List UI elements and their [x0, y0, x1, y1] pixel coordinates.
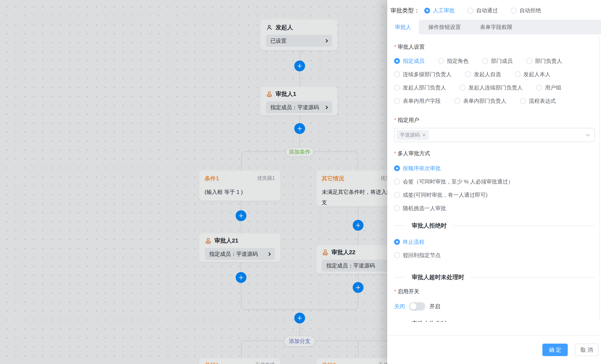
- radio-icon: [511, 8, 517, 13]
- radio-sequential-approve[interactable]: 按顺序依次审批: [394, 165, 441, 172]
- radio-auto-reject[interactable]: 自动拒绝: [511, 7, 541, 14]
- approve-type-radio-group: 人工审批 自动通过 自动拒绝: [424, 7, 541, 14]
- workflow-designer-screen: 发起人 已设置 + 审批人1 指定成员：芋道源码: [0, 0, 601, 364]
- confirm-button[interactable]: 确 定: [542, 344, 568, 356]
- radio-dept-leader[interactable]: 部门负责人: [526, 57, 562, 65]
- user-tag-label: 芋道源码: [400, 132, 420, 138]
- node-title: 审批人22: [331, 248, 355, 256]
- radio-process-expression[interactable]: 流程表达式: [520, 97, 556, 105]
- stamp-icon: [205, 237, 212, 244]
- add-node-button[interactable]: +: [294, 61, 305, 71]
- radio-assign-role[interactable]: 指定角色: [438, 57, 469, 65]
- radio-user-group[interactable]: 用户组: [536, 84, 561, 91]
- radio-icon: [394, 58, 400, 64]
- empty-approver-section-divider: 审批人为空时: [394, 319, 595, 322]
- drawer-body[interactable]: * 审批人设置 指定成员 指定角色 部门成员: [387, 34, 601, 322]
- radio-icon: [394, 165, 400, 171]
- radio-icon: [465, 71, 471, 77]
- radio-terminate-process[interactable]: 终止流程: [394, 238, 424, 246]
- add-node-button[interactable]: +: [294, 123, 305, 134]
- radio-starter-self[interactable]: 发起人本人: [515, 71, 551, 78]
- assigned-user-select[interactable]: 芋道源码 ×: [394, 128, 595, 142]
- flow-node-start[interactable]: 发起人 已设置: [260, 19, 338, 50]
- tag-remove-icon[interactable]: ×: [422, 132, 425, 138]
- radio-orsign[interactable]: 或签(可同时审批，有一人通过即可): [394, 191, 487, 199]
- field-label-text: 指定用户: [398, 116, 419, 124]
- multi-mode-label: * 多人审批方式: [394, 149, 595, 157]
- radio-form-dept-leader[interactable]: 表单内部门负责人: [454, 97, 506, 105]
- chevron-right-icon: [267, 252, 271, 256]
- radio-starter-select[interactable]: 发起人自选: [465, 71, 501, 78]
- reject-options: 终止流程 驳回到指定节点: [394, 235, 595, 262]
- plus-icon: +: [356, 221, 361, 229]
- chevron-down-icon: [586, 132, 590, 136]
- radio-starter-dept-leader[interactable]: 发起人部门负责人: [394, 84, 446, 91]
- cancel-button[interactable]: 取 消: [575, 344, 599, 356]
- radio-label: 按顺序依次审批: [403, 165, 441, 172]
- radio-label: 人工审批: [433, 7, 455, 14]
- radio-label: 驳回到指定节点: [403, 252, 441, 259]
- radio-icon: [394, 239, 400, 245]
- reject-section-divider: 审批人拒绝时: [394, 221, 595, 230]
- radio-icon: [536, 85, 542, 91]
- chevron-right-icon: [324, 105, 328, 109]
- radio-label: 发起人自选: [474, 71, 501, 78]
- add-node-button[interactable]: +: [236, 272, 246, 283]
- plus-icon: +: [297, 62, 302, 70]
- flow-node-condition1[interactable]: 条件1 优先级1 (输入框 等于 1 ): [199, 171, 280, 201]
- radio-label: 指定角色: [447, 57, 469, 65]
- add-node-button[interactable]: +: [236, 210, 246, 221]
- divider-title: 审批人超时未处理时: [406, 273, 471, 281]
- add-node-button[interactable]: +: [294, 313, 305, 324]
- flow-node-approver1[interactable]: 审批人1 指定成员：芋道源码: [260, 87, 338, 115]
- node-summary-row[interactable]: 指定成员：芋道源码: [266, 101, 332, 113]
- timeout-enable-switch[interactable]: [409, 302, 425, 311]
- timeout-section-divider: 审批人超时未处理时: [394, 273, 595, 282]
- plus-icon: +: [239, 212, 243, 220]
- radio-icon: [394, 98, 400, 104]
- plus-icon: +: [297, 124, 302, 133]
- radio-dept-member[interactable]: 部门成员: [482, 57, 513, 65]
- flow-node-parallel1[interactable]: 并行1 无优先级: [199, 358, 280, 364]
- radio-assign-member[interactable]: 指定成员: [394, 57, 424, 65]
- approver-setting-options: 指定成员 指定角色 部门成员 部门负责人: [394, 54, 595, 108]
- radio-auto-pass[interactable]: 自动通过: [468, 7, 498, 14]
- radio-random-one[interactable]: 随机挑选一人审批: [394, 205, 446, 212]
- radio-icon: [438, 58, 444, 64]
- timeout-switch-row: 关闭 开启: [394, 301, 595, 312]
- user-tag: 芋道源码 ×: [397, 130, 429, 140]
- node-title: 审批人1: [276, 90, 296, 98]
- node-summary: 指定成员：芋道源码: [209, 250, 258, 258]
- radio-return-to-node[interactable]: 驳回到指定节点: [394, 252, 441, 259]
- plus-icon: +: [239, 273, 243, 282]
- radio-label: 表单内部门负责人: [463, 97, 506, 105]
- radio-form-user-field[interactable]: 表单内用户字段: [394, 97, 441, 105]
- user-icon: [266, 24, 273, 31]
- radio-manual-approve[interactable]: 人工审批: [424, 7, 455, 14]
- tab-form-field-permission[interactable]: 表单字段权限: [471, 20, 522, 34]
- node-summary-row[interactable]: 指定成员：芋道源码: [322, 260, 398, 272]
- radio-starter-multi-dept-leader[interactable]: 发起人连续部门负责人: [460, 84, 523, 91]
- tab-button-settings[interactable]: 操作按钮设置: [419, 20, 471, 34]
- scrollbar-rail[interactable]: [600, 36, 600, 320]
- radio-multi-level-dept-leader[interactable]: 连续多级部门负责人: [394, 71, 451, 78]
- radio-icon: [482, 58, 488, 64]
- add-node-button[interactable]: +: [353, 220, 363, 231]
- add-branch-button[interactable]: 添加分支: [284, 336, 315, 347]
- node-summary-row[interactable]: 指定成员：芋道源码: [205, 248, 275, 260]
- switch-on-label: 开启: [430, 303, 440, 310]
- flow-node-approver21[interactable]: 审批人21 指定成员：芋道源码: [199, 233, 280, 262]
- config-tabs: 审批人 操作按钮设置 表单字段权限: [387, 20, 601, 34]
- add-condition-button[interactable]: 添加条件: [286, 147, 314, 157]
- divider-line: [471, 277, 595, 277]
- add-node-button[interactable]: +: [353, 282, 363, 293]
- radio-icon: [394, 205, 400, 211]
- radio-countersign[interactable]: 会签（可同时审批，至少 % 人必须审批通过）: [394, 178, 513, 185]
- radio-icon: [394, 85, 400, 91]
- node-summary-row[interactable]: 已设置: [266, 35, 332, 47]
- tab-approver[interactable]: 审批人: [387, 20, 419, 34]
- radio-label: 自动通过: [476, 7, 498, 14]
- parallel-title: 并行1: [205, 362, 219, 364]
- required-asterisk: *: [394, 288, 396, 295]
- condition-description: 未满足其它条件时，将进入此分支: [322, 187, 398, 208]
